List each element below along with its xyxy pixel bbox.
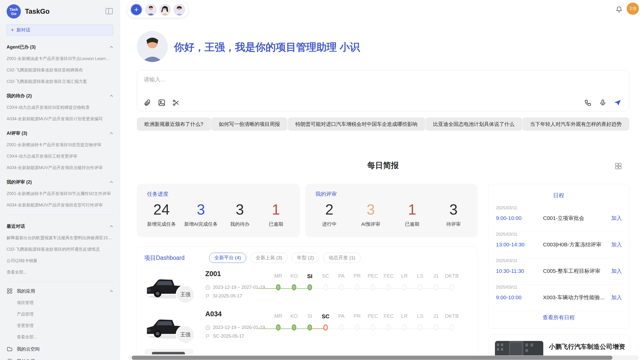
sidebar-collapse-icon[interactable] [106,8,113,14]
chevron-up-icon[interactable] [110,290,113,292]
section-my-review[interactable]: 我的评审 (2) [7,179,113,185]
chevron-up-icon[interactable] [110,132,113,134]
milestone: PEC [365,273,381,293]
list-item[interactable]: C02-飞腾新能源轻客改款项目里程碑画布 [7,67,113,73]
section-title: 我的待办 (2) [7,93,32,99]
section-agent-done[interactable]: Agent已办 (3) [7,44,113,50]
sidebar-item-change-mgmt[interactable]: 变更管理 [17,323,113,328]
assistant-avatar [137,31,168,62]
phone-icon[interactable] [584,99,592,107]
milestone: FEC [381,273,397,293]
schedule-date: 2025/03/11 [496,232,622,237]
milestone: LS [412,313,428,333]
stat-value: 24 [147,201,176,218]
schedule-time: 10:30-11:30 [496,268,543,274]
join-link[interactable]: 加入 [611,294,622,301]
filter-powertrain[interactable]: 动总开发 (1) [323,253,361,263]
view-all-chats[interactable]: 查看全部... [7,269,113,275]
sidebar-item-cloud-space[interactable]: 我的云空间 [7,346,113,352]
sidebar-item-project-mgmt[interactable]: 项目管理 [17,300,113,306]
suggestion-chip[interactable]: 如何写一份清晰的项目周报 [211,117,287,131]
suggestion-chip[interactable]: 当下年轻人对汽车外观有怎样的喜好趋势 [522,117,629,131]
chevron-up-icon[interactable] [110,95,113,97]
section-ai-review[interactable]: AI评审 (3) [7,130,113,136]
section-recent-chats[interactable]: 最近对话 [7,223,113,229]
sidebar-item-label: 我的应用 [17,288,35,294]
layout-grid-icon[interactable] [614,162,622,170]
scissors-icon[interactable] [172,99,180,107]
sidebar-item-favorites[interactable]: 我的收藏 [7,358,113,360]
suggestion-chip[interactable]: 欧洲新规最近颁布了什么? [137,117,211,131]
join-link[interactable]: 加入 [611,215,622,222]
avatar[interactable] [173,4,185,16]
milestone: KO [286,273,302,293]
view-all-schedule-link[interactable]: 查看所有日程 [488,314,629,321]
project-dashboard-card: 项目Dashboard 全新平台 (4) 全新上装 (3) 年型 (2) 动总开… [137,246,478,360]
stat-label: 新增完成任务 [147,221,176,228]
new-chat-button[interactable]: + 新对话 [7,24,113,36]
chevron-up-icon[interactable] [110,225,113,228]
list-item[interactable]: 解释最新出台的欧盟报废车法规再生塑料比例被调至15%... [7,235,113,241]
list-item[interactable]: C02-飞腾新能源轻客改款项目的闭环通告反馈情况 [7,247,113,252]
project-flag-text: SI-2025-05-17 [213,293,242,299]
milestone-dot [323,324,328,331]
milestone: KO [286,313,302,333]
milestone: PEC [365,313,381,333]
chat-input-card [137,70,629,111]
my-review-card: 我的评审 2 进行中 3 AI预评审 1 已逾期 3 待评审 [305,184,478,237]
stat-new-done: 24 新增完成任务 [147,201,176,228]
chevron-up-icon[interactable] [110,46,113,48]
filter-new-platform[interactable]: 全新平台 (4) [209,253,246,263]
suggestion-chips: 欧洲新规最近颁布了什么? 如何写一份清晰的项目周报 特朗普可能对进口汽车增税会对… [137,117,629,131]
list-item[interactable]: A034-全新新能源MUV产品开发项目造型可行性评审 [7,202,113,208]
join-link[interactable]: 加入 [611,241,622,248]
join-link[interactable]: 加入 [611,267,622,275]
sidebar-item-my-apps[interactable]: 我的应用 [7,288,113,294]
filter-new-body[interactable]: 全新上装 (3) [250,253,288,263]
avatar[interactable] [145,4,157,16]
scrollbar-thumb[interactable] [132,356,612,360]
sidebar-item-product-mgmt[interactable]: 产品管理 [17,311,113,317]
schedule-time: 9:00-10:00 [496,215,543,221]
list-item[interactable]: C0X4-动力总成开发项目SI里程碑提交物检查 [7,105,113,110]
list-item[interactable]: C02-飞腾新能源轻客改款项目立项汇报方案 [7,79,113,84]
stat-value: 3 [440,201,467,218]
schedule-time: 13:00-14:30 [496,242,543,248]
send-icon[interactable] [614,99,621,107]
stat-value: 3 [226,201,254,218]
project-row[interactable]: 王强 A034 2023-12-19 ~ 2026-01-19 SC-2025-… [137,309,478,348]
milestone: PR [349,273,365,293]
folder-icon [7,346,13,352]
notification-bell-icon[interactable] [616,6,623,13]
suggestion-chip[interactable]: 比亚迪全固态电池计划具体说了什么 [426,117,522,131]
section-my-todo[interactable]: 我的待办 (2) [7,93,113,99]
stat-my-todo: 3 我的待办 [226,201,254,228]
filter-year-model[interactable]: 年型 (2) [292,253,319,263]
chat-input[interactable] [144,76,500,83]
paperclip-icon[interactable] [144,99,151,107]
list-item[interactable]: Z001-全新燃油皮卡产品开发项目SI节点Lesson Learn报告 [7,56,113,62]
milestone-dot [276,284,281,290]
avatar[interactable] [159,4,171,16]
add-button[interactable]: + [130,4,142,16]
view-all-apps[interactable]: 查看全部... [17,334,113,340]
image-icon[interactable] [158,99,166,107]
list-item[interactable]: Z001-全新燃油轻卡产品开发项目SI造型提交物评审 [7,142,113,148]
milestone-dot [402,284,407,290]
chevron-up-icon[interactable] [110,181,113,183]
milestone-overdue: SC [318,313,333,333]
list-item[interactable]: A034-全新新能源MUV产品开发项目法规符合性评审 [7,165,113,171]
list-item[interactable]: 公司Q3轻卡销量 [7,258,113,264]
list-item[interactable]: A034-全新新能源MUV产品开发项目计划变更表编写 [7,116,113,122]
user-avatar[interactable]: 王强 [627,3,639,15]
list-item[interactable]: Z001-全新燃油轻卡产品开发项目SI节点属性5D文件评审 [7,191,113,197]
project-row[interactable]: 王强 Z001 2023-12-19 ~ 2027-01-19 SI-2025-… [137,268,478,308]
list-item[interactable]: C0X4-动力总成开发项目工程变更评审 [7,154,113,159]
suggestion-chip[interactable]: 特朗普可能对进口汽车增税会对中国车企造成哪些影响 [288,117,425,131]
mic-icon[interactable] [599,99,607,107]
card-title: 任务进度 [147,190,290,198]
horizontal-scrollbar[interactable] [128,355,639,360]
schedule-item: 2025/03/11 9:00-10:00 C001-立项审批会 加入 [496,205,622,232]
stat-value: 3 [357,201,385,218]
schedule-date: 2025/03/11 [496,205,622,211]
